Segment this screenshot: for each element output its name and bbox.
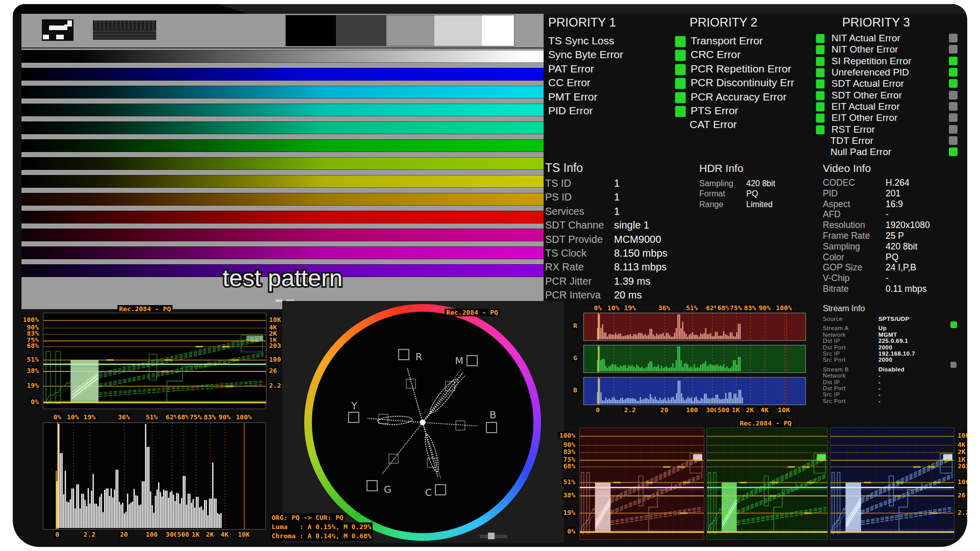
status-led [949, 57, 958, 65]
axis-label: 10K [957, 432, 967, 439]
axis-label: 10K [777, 406, 791, 414]
axis-label: 83% [743, 304, 757, 312]
info-row: RangeLimited [699, 200, 775, 210]
info-label: CODEC [823, 178, 886, 188]
axis-label: 68% [176, 413, 190, 421]
error-label: PCR Discontinuity Err [691, 77, 794, 89]
multiburst-pattern-lower [93, 31, 156, 40]
axis-label: 4K [957, 441, 967, 448]
waveform-title: Rec.2084 - PQ [43, 304, 247, 313]
axis-label: 20 [659, 406, 670, 414]
info-row: Resolution1920x1080 [823, 220, 930, 231]
color-ramp-bar [21, 68, 544, 81]
axis-label: 68% [26, 342, 40, 349]
info-value: 8.150 mbps [614, 247, 668, 259]
info-row: PCR Jitter1.39 ms [545, 276, 668, 289]
status-led [675, 119, 685, 130]
info-value: 420 8bit [886, 241, 917, 252]
axis-label: 51% [685, 304, 699, 312]
axis-label: 51% [144, 413, 158, 421]
info-label: SDT Provide [545, 234, 614, 245]
error-item: PTS Error [675, 105, 794, 118]
error-label: NIT Actual Error [831, 33, 900, 44]
axis-label: 10K [268, 316, 282, 323]
error-label: CAT Error [690, 118, 737, 131]
svg-text:Y: Y [351, 400, 357, 411]
info-value: 25 P [886, 231, 904, 241]
priority1-list: TS Sync LossSync Byte ErrorPAT ErrorCC E… [548, 35, 623, 118]
axis-label: 90% [757, 304, 771, 312]
status-led [949, 91, 958, 99]
axis-label: 0% [30, 398, 40, 406]
error-item: SDT Other Error [816, 90, 911, 101]
info-row: Stream AUp [823, 325, 915, 331]
color-ramp-bar [21, 211, 544, 223]
info-value: - [878, 372, 880, 379]
axis-label: 19% [623, 304, 636, 312]
axis-label: 51% [26, 356, 40, 363]
info-label: TS ID [545, 178, 614, 189]
info-row: SourceSPTS/UDP [823, 316, 915, 322]
vectorscope-zoom-slider-handle[interactable] [488, 533, 495, 539]
monitor-window: test pattern PRIORITY 1 PRIORITY 2 PRIOR… [13, 4, 967, 547]
axis-label: 0% [566, 528, 576, 535]
status-led [949, 102, 958, 111]
axis-label: 100% [235, 413, 253, 421]
color-ramp-bar [21, 50, 544, 63]
info-label: Aspect [823, 199, 886, 210]
status-led [949, 79, 958, 88]
error-item: PCR Discontinuity Err [675, 77, 794, 90]
info-label: GOP Size [823, 262, 886, 273]
axis-label: 2.2 [623, 406, 636, 414]
info-value: MGMT [878, 332, 897, 338]
channel-label: G [572, 354, 578, 362]
info-value: 1 [614, 191, 620, 203]
status-led [675, 78, 686, 89]
info-label: PS ID [545, 191, 614, 203]
info-row: Sampling420 8bit [823, 241, 930, 252]
color-ramp-bar [21, 246, 544, 259]
info-label: Sampling [699, 179, 746, 188]
error-item: TS Sync Loss [548, 35, 623, 48]
info-value: 24 I,P,B [886, 262, 916, 273]
axis-label: 0 [54, 531, 60, 538]
broadcaster-logo [42, 19, 74, 41]
info-label: Format [699, 189, 746, 198]
error-label: PCR Repetition Error [691, 63, 791, 75]
svg-text:G: G [384, 484, 391, 495]
info-label: Color [823, 252, 886, 263]
info-row: FormatPQ [699, 189, 775, 199]
axis-label: 100 [685, 406, 699, 414]
axis-label: 75% [729, 304, 743, 312]
info-value: 1.39 ms [614, 276, 650, 287]
axis-label: 19% [83, 413, 96, 421]
info-value: PQ [886, 252, 898, 263]
info-label: Src IP [823, 391, 878, 397]
status-led [949, 147, 958, 156]
axis-label: 90% [562, 441, 576, 448]
axis-label: 83% [203, 413, 216, 421]
status-led [816, 113, 825, 123]
status-led [816, 45, 825, 55]
test-pattern-caption: test pattern [21, 266, 544, 290]
info-row: GOP Size24 I,P,B [823, 262, 930, 273]
svg-text:B: B [489, 409, 496, 420]
error-label: SDT Other Error [831, 90, 902, 101]
status-led [816, 68, 825, 78]
color-ramp-bar [21, 121, 544, 134]
channel-label: R [572, 322, 578, 330]
svg-text:R: R [415, 351, 422, 362]
grayscale-step-wedge [286, 15, 514, 46]
info-value: 1 [614, 206, 620, 217]
info-label: Services [545, 206, 614, 217]
video-info-title: Video Info [823, 162, 871, 174]
info-value: 8.113 mbps [614, 261, 667, 273]
error-label: PTS Error [691, 105, 738, 117]
info-value: 2000 [878, 357, 892, 363]
axis-label: 10% [606, 304, 620, 312]
info-value: 16:9 [886, 199, 903, 210]
error-item: Sync Byte Error [548, 48, 623, 62]
info-row: RX Rate8.113 mbps [545, 261, 668, 275]
vectorscope-graticule: RMYBGC [295, 295, 550, 547]
axis-label: 1K [731, 406, 741, 414]
